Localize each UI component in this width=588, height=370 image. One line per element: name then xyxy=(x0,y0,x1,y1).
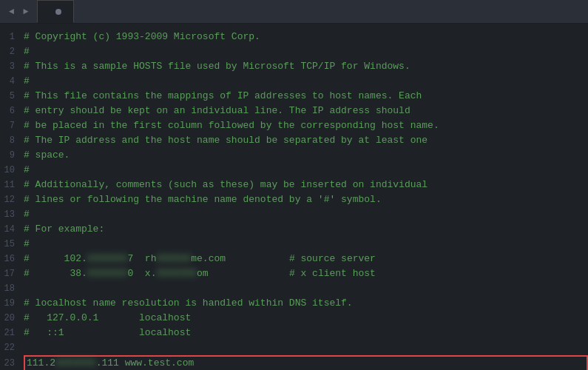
line-number: 11 xyxy=(0,178,24,192)
line-content: # be placed in the first column followed… xyxy=(24,118,588,132)
line-14: 14 # For example: xyxy=(0,222,588,237)
line-6: 6 # entry should be kept on an individua… xyxy=(0,104,588,118)
line-number: 13 xyxy=(0,208,24,222)
tab-hosts[interactable] xyxy=(37,0,74,23)
line-number: 8 xyxy=(0,134,24,148)
line-1: 1 # Copyright (c) 1993-2009 Microsoft Co… xyxy=(0,30,588,44)
line-content xyxy=(24,340,588,354)
line-12: 12 # lines or following the machine name… xyxy=(0,192,588,207)
line-content: # Additionally, comments (such as these)… xyxy=(24,178,588,192)
line-content: # xyxy=(24,44,588,58)
tab-modified-dot xyxy=(55,9,61,15)
line-7: 7 # be placed in the first column follow… xyxy=(0,118,588,133)
line-content: # xyxy=(24,74,588,88)
line-content: # 127.0.0.1 localhost xyxy=(24,311,588,325)
line-number: 15 xyxy=(0,238,24,252)
line-number: 20 xyxy=(0,312,24,326)
line-9: 9 # space. xyxy=(0,148,588,163)
line-content: # ::1 localhost xyxy=(24,326,588,340)
line-content: # entry should be kept on an individual … xyxy=(24,104,588,118)
line-number: 3 xyxy=(0,60,24,74)
line-content: # Copyright (c) 1993-2009 Microsoft Corp… xyxy=(24,30,588,44)
line-number: 21 xyxy=(0,326,24,340)
line-number: 10 xyxy=(0,164,24,178)
back-arrow-icon[interactable]: ◄ xyxy=(6,5,17,18)
line-4: 4 # xyxy=(0,74,588,89)
line-content: # space. xyxy=(24,148,588,162)
line-8: 8 # The IP address and the host name sho… xyxy=(0,133,588,148)
line-15: 15 # xyxy=(0,237,588,252)
line-18: 18 xyxy=(0,281,588,296)
line-number: 23 xyxy=(0,357,24,370)
line-number: 2 xyxy=(0,45,24,59)
line-number: 16 xyxy=(0,252,24,266)
line-13: 13 # xyxy=(0,207,588,222)
line-content: # localhost name resolution is handled w… xyxy=(24,296,588,310)
forward-arrow-icon[interactable]: ► xyxy=(20,5,31,18)
line-content: # This is a sample HOSTS file used by Mi… xyxy=(24,59,588,73)
line-16: 16 # 102.XXXXXXX7 rhXXXXXXme.com # sourc… xyxy=(0,252,588,266)
line-10: 10 # xyxy=(0,163,588,178)
line-content: # The IP address and the host name shoul… xyxy=(24,133,588,147)
line-11: 11 # Additionally, comments (such as the… xyxy=(0,178,588,192)
line-content: # This file contains the mappings of IP … xyxy=(24,89,588,103)
line-number: 12 xyxy=(0,193,24,207)
line-number: 1 xyxy=(0,30,24,44)
line-19: 19 # localhost name resolution is handle… xyxy=(0,296,588,311)
line-content: # 102.XXXXXXX7 rhXXXXXXme.com # source s… xyxy=(24,252,588,266)
line-number: 17 xyxy=(0,267,24,281)
line-number: 6 xyxy=(0,104,24,118)
line-number: 7 xyxy=(0,119,24,133)
line-5: 5 # This file contains the mappings of I… xyxy=(0,89,588,104)
line-content: # For example: xyxy=(24,222,588,236)
line-content: # xyxy=(24,207,588,221)
line-content: # 38.XXXXXXX0 x.XXXXXXXom # x client hos… xyxy=(24,266,588,280)
line-20: 20 # 127.0.0.1 localhost xyxy=(0,311,588,326)
editor-area: 1 # Copyright (c) 1993-2009 Microsoft Co… xyxy=(0,24,588,370)
line-22: 22 xyxy=(0,340,588,355)
line-content: # xyxy=(24,237,588,251)
line-number: 19 xyxy=(0,297,24,311)
title-bar-arrows[interactable]: ◄ ► xyxy=(6,5,31,18)
title-bar: ◄ ► xyxy=(0,0,588,24)
line-content[interactable]: 111.2XXXXXXX.111 www.test.com xyxy=(24,355,588,370)
line-number: 22 xyxy=(0,341,24,355)
line-content: # lines or following the machine name de… xyxy=(24,192,588,206)
line-number: 4 xyxy=(0,75,24,89)
line-number: 9 xyxy=(0,149,24,163)
line-21: 21 # ::1 localhost xyxy=(0,326,588,340)
line-content xyxy=(24,281,588,295)
line-3: 3 # This is a sample HOSTS file used by … xyxy=(0,59,588,74)
line-content: # xyxy=(24,163,588,177)
line-number: 18 xyxy=(0,282,24,296)
line-number: 14 xyxy=(0,223,24,237)
line-17: 17 # 38.XXXXXXX0 x.XXXXXXXom # x client … xyxy=(0,266,588,281)
line-2: 2 # xyxy=(0,44,588,59)
line-number: 5 xyxy=(0,90,24,104)
line-23[interactable]: 23 111.2XXXXXXX.111 www.test.com xyxy=(0,355,588,370)
